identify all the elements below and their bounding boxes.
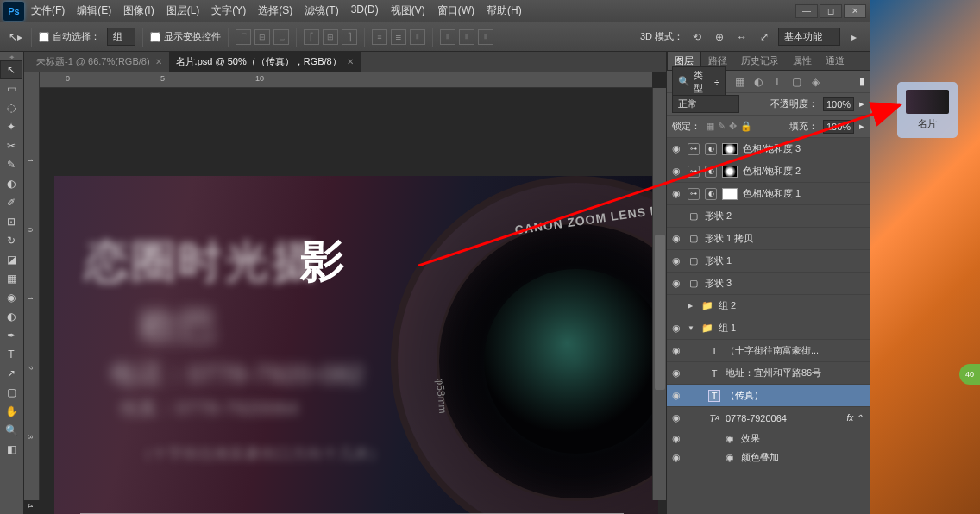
- layer-row[interactable]: ▶📁组 2: [667, 295, 870, 317]
- layer-row[interactable]: ◉▢形状 1 拷贝: [667, 228, 870, 250]
- layer-row[interactable]: ◉◉效果: [667, 429, 870, 448]
- layer-row[interactable]: ◉T（十字街往南富豪街...: [667, 340, 870, 362]
- layer-mask-thumb[interactable]: [722, 143, 738, 155]
- visibility-icon[interactable]: ◉: [670, 367, 682, 379]
- close-button[interactable]: ✕: [844, 4, 866, 18]
- layer-row[interactable]: ◉▢形状 3: [667, 273, 870, 295]
- align-bottom-icon[interactable]: ⎵: [273, 29, 289, 45]
- layer-row[interactable]: ◉⊶◐色相/饱和度 2: [667, 160, 870, 183]
- menu-select[interactable]: 选择(S): [258, 3, 292, 18]
- lock-transparent-icon[interactable]: ▦: [706, 121, 714, 132]
- colors-icon[interactable]: ◧: [0, 440, 22, 459]
- dist-6-icon[interactable]: ⦀: [478, 29, 493, 45]
- visibility-icon[interactable]: ◉: [670, 255, 682, 266]
- pen-tool[interactable]: ✒: [0, 326, 22, 345]
- hand-tool[interactable]: ✋: [0, 402, 22, 421]
- filter-pixel-icon[interactable]: ▦: [732, 76, 746, 88]
- pan-3d-icon[interactable]: ⊕: [711, 28, 728, 46]
- dist-3-icon[interactable]: ⦀: [410, 29, 425, 45]
- dist-5-icon[interactable]: ⦀: [459, 29, 474, 45]
- lock-position-icon[interactable]: ✥: [729, 121, 737, 132]
- stamp-tool[interactable]: ⊡: [0, 212, 22, 231]
- dist-4-icon[interactable]: ⦀: [440, 29, 455, 45]
- visibility-icon[interactable]: ◉: [670, 323, 682, 334]
- doc-tab-2[interactable]: 名片.psd @ 50%（（传真），RGB/8） ✕: [169, 52, 361, 72]
- scale-3d-icon[interactable]: ⤢: [756, 28, 773, 46]
- menu-view[interactable]: 视图(V): [391, 3, 425, 18]
- layer-row[interactable]: ◉▢形状 1: [667, 250, 870, 273]
- visibility-icon[interactable]: ◉: [670, 390, 682, 401]
- timer-widget[interactable]: 40: [959, 364, 980, 385]
- auto-select-checkbox[interactable]: 自动选择：: [39, 30, 100, 43]
- menu-edit[interactable]: 编辑(E): [77, 3, 111, 18]
- expand-icon[interactable]: ▶: [688, 302, 696, 310]
- visibility-icon[interactable]: ◉: [670, 452, 682, 463]
- wand-tool[interactable]: ✦: [0, 117, 22, 136]
- visibility-icon[interactable]: ◉: [670, 188, 682, 199]
- align-hcenter-icon[interactable]: ⊞: [323, 29, 338, 45]
- layer-row[interactable]: ◉◉颜色叠加: [667, 448, 870, 467]
- filter-text-icon[interactable]: T: [770, 76, 784, 88]
- lock-all-icon[interactable]: 🔒: [740, 121, 752, 132]
- collapse-icon[interactable]: ▸: [845, 28, 863, 46]
- heal-tool[interactable]: ◐: [0, 174, 22, 193]
- vertical-ruler[interactable]: 10 12 34: [24, 72, 40, 500]
- scrollbar-thumb[interactable]: [655, 235, 665, 390]
- close-icon[interactable]: ✕: [347, 57, 354, 66]
- menu-filter[interactable]: 滤镜(T): [305, 3, 338, 18]
- layer-mask-thumb[interactable]: [722, 188, 738, 200]
- eraser-tool[interactable]: ◪: [0, 250, 22, 269]
- doc-tab-1[interactable]: 未标题-1 @ 66.7%(RGB/8) ✕: [29, 52, 169, 72]
- close-icon[interactable]: ✕: [155, 57, 162, 66]
- marquee-tool[interactable]: ▭: [0, 79, 22, 98]
- dist-1-icon[interactable]: ≡: [372, 29, 387, 45]
- workspace-dropdown[interactable]: 基本功能: [778, 28, 840, 46]
- opacity-flyout-icon[interactable]: ▸: [859, 98, 864, 110]
- lock-pixels-icon[interactable]: ✎: [718, 121, 726, 132]
- gradient-tool[interactable]: ▦: [0, 269, 22, 288]
- auto-select-target-dropdown[interactable]: 组: [107, 28, 135, 46]
- menu-type[interactable]: 文字(Y): [211, 3, 246, 18]
- layer-row[interactable]: ◉▼📁组 1: [667, 317, 870, 340]
- visibility-icon[interactable]: ◉: [670, 166, 682, 177]
- zoom-tool[interactable]: 🔍: [0, 421, 22, 440]
- fill-input[interactable]: 100%: [823, 120, 854, 134]
- layer-row[interactable]: ◉T（传真）: [667, 385, 870, 407]
- tab-channels[interactable]: 通道: [819, 52, 851, 70]
- move-tool[interactable]: ↖: [0, 60, 22, 79]
- show-transform-checkbox[interactable]: 显示变换控件: [150, 30, 221, 43]
- visibility-icon[interactable]: ◉: [670, 345, 682, 356]
- tab-properties[interactable]: 属性: [786, 52, 819, 70]
- layer-row[interactable]: ◉⊶◐色相/饱和度 3: [667, 138, 870, 160]
- menu-3d[interactable]: 3D(D): [351, 3, 379, 18]
- path-tool[interactable]: ↗: [0, 364, 22, 383]
- effect-visibility-icon[interactable]: ◉: [724, 433, 736, 444]
- tab-history[interactable]: 历史记录: [734, 52, 786, 70]
- visibility-icon[interactable]: ◉: [670, 143, 682, 154]
- layer-mask-thumb[interactable]: [722, 166, 738, 178]
- visibility-icon[interactable]: ◉: [670, 412, 682, 423]
- filter-toggle-icon[interactable]: ▮: [859, 76, 864, 87]
- visibility-icon[interactable]: ◉: [670, 278, 682, 289]
- shape-tool[interactable]: ▢: [0, 383, 22, 402]
- vertical-scrollbar[interactable]: [652, 88, 666, 500]
- toolbox-handle[interactable]: [0, 53, 22, 60]
- brush-tool[interactable]: ✐: [0, 193, 22, 212]
- opacity-input[interactable]: 100%: [823, 97, 854, 111]
- menu-help[interactable]: 帮助(H): [487, 3, 522, 18]
- layer-row[interactable]: ◉T地址：宜州和平路86号: [667, 362, 870, 385]
- blend-mode-dropdown[interactable]: 正常: [672, 95, 739, 113]
- menu-layer[interactable]: 图层(L): [166, 3, 200, 18]
- layer-row[interactable]: ◉⊶◐色相/饱和度 1: [667, 183, 870, 205]
- align-vcenter-icon[interactable]: ⊟: [254, 29, 270, 45]
- expand-icon[interactable]: ▼: [688, 324, 696, 332]
- dist-2-icon[interactable]: ≣: [391, 29, 406, 45]
- eyedropper-tool[interactable]: ✎: [0, 155, 22, 174]
- layer-row[interactable]: ◉TA0778-7920064fx ⌃: [667, 407, 870, 429]
- horizontal-ruler[interactable]: [40, 72, 652, 88]
- fx-badge[interactable]: fx ⌃: [846, 413, 866, 423]
- history-brush-tool[interactable]: ↻: [0, 231, 22, 250]
- visibility-icon[interactable]: ◉: [670, 233, 682, 244]
- menu-window[interactable]: 窗口(W): [437, 3, 474, 18]
- blur-tool[interactable]: ◉: [0, 288, 22, 307]
